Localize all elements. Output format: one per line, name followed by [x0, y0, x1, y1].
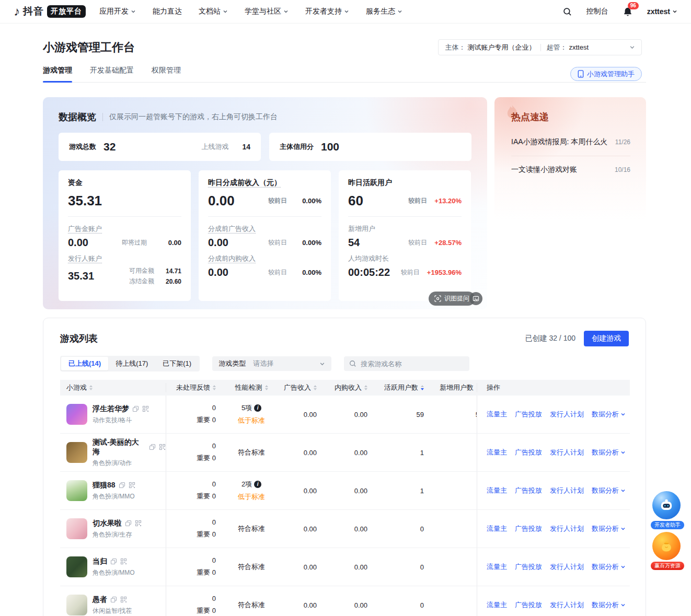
action-traffic-owner[interactable]: 流量主 [487, 524, 507, 533]
mini-game-assistant-button[interactable]: 小游戏管理助手 [570, 67, 642, 81]
action-publisher-plan[interactable]: 发行人计划 [550, 448, 584, 457]
action-traffic-owner[interactable]: 流量主 [487, 448, 507, 457]
chevron-down-icon [620, 450, 626, 455]
action-publisher-plan[interactable]: 发行人计划 [550, 410, 584, 419]
sort-icon [89, 385, 93, 390]
entity-switcher[interactable]: 主体： 测试账户专用（企业） 超管： zxttest [438, 39, 642, 55]
action-traffic-owner[interactable]: 流量主 [487, 410, 507, 419]
game-icon [66, 480, 87, 501]
action-data-analysis[interactable]: 数据分析 [592, 410, 626, 419]
page-title: 小游戏管理工作台 [43, 40, 135, 55]
col-feedback[interactable]: 未处理反馈 [166, 383, 220, 392]
copy-icon[interactable] [125, 520, 132, 527]
chevron-down-icon [223, 9, 228, 14]
action-data-analysis[interactable]: 数据分析 [592, 448, 626, 457]
user-menu[interactable]: zxttest [647, 7, 677, 16]
copy-icon[interactable] [149, 444, 156, 450]
chevron-down-icon [620, 488, 626, 493]
qrcode-icon[interactable] [120, 558, 127, 565]
nav-item-academy[interactable]: 学堂与社区 [245, 7, 289, 16]
tab-dev-config[interactable]: 开发基础配置 [90, 66, 134, 82]
qrcode-icon[interactable] [142, 405, 149, 412]
perf-status[interactable]: 低于标准 [238, 416, 265, 425]
col-ad-revenue[interactable]: 广告收入 [283, 383, 318, 392]
col-game[interactable]: 小游戏 [60, 383, 166, 392]
chevron-down-icon [344, 9, 349, 14]
tab-game-management[interactable]: 游戏管理 [43, 66, 72, 82]
col-iap-revenue[interactable]: 内购收入 [318, 383, 368, 392]
col-new-users[interactable]: 新增用户数 [425, 383, 477, 392]
col-active-users[interactable]: 活跃用户数 [368, 383, 425, 392]
create-game-button[interactable]: 创建游戏 [584, 331, 629, 346]
tab-online[interactable]: 已上线(14) [61, 357, 108, 370]
game-name: 狸猫88 [93, 481, 116, 490]
hot-news-item[interactable]: 一文读懂小游戏对账 10/16 [511, 156, 630, 183]
action-data-analysis[interactable]: 数据分析 [592, 524, 626, 533]
action-traffic-owner[interactable]: 流量主 [487, 600, 507, 610]
info-icon[interactable]: i [254, 404, 261, 412]
table-header: 小游戏 未处理反馈 性能检测 广告收入 内购收入 活跃用户数 新增用户数 操作 [60, 380, 630, 396]
nav-item-ecosystem[interactable]: 服务生态 [366, 7, 402, 16]
qrcode-icon[interactable] [120, 596, 127, 603]
qrcode-icon[interactable] [135, 520, 142, 527]
robot-icon [658, 497, 675, 514]
action-ad-delivery[interactable]: 广告投放 [515, 486, 542, 495]
nav-item-docs[interactable]: 文档站 [199, 7, 228, 16]
game-type-select[interactable]: 游戏类型 请选择 [212, 356, 331, 371]
info-icon[interactable]: i [254, 481, 261, 488]
image-ask-button[interactable]: 识图提问 [429, 292, 475, 306]
tab-offline[interactable]: 已下架(1) [155, 357, 199, 370]
credit-score-card: 主体信用分 100 [269, 133, 471, 161]
brand-logo[interactable]: ♪ 抖音 开放平台 [14, 5, 86, 18]
douyin-note-icon: ♪ [14, 5, 20, 18]
data-overview-card: 数据概览 仅展示同一超管账号下的游戏，右上角可切换工作台 游戏总数 32 上线游… [43, 97, 487, 309]
action-ad-delivery[interactable]: 广告投放 [515, 600, 542, 610]
chevron-down-icon [319, 361, 325, 367]
action-traffic-owner[interactable]: 流量主 [487, 562, 507, 572]
notification-bell[interactable]: 96 [623, 7, 632, 17]
action-data-analysis[interactable]: 数据分析 [592, 486, 626, 495]
hot-news-item[interactable]: IAA小游戏情报局: 本周什么火 11/26 [511, 129, 630, 156]
game-icon [66, 442, 87, 463]
game-icon [66, 556, 87, 577]
action-data-analysis[interactable]: 数据分析 [592, 562, 626, 572]
game-category: 角色扮演/动作 [93, 459, 166, 468]
action-ad-delivery[interactable]: 广告投放 [515, 562, 542, 572]
perf-status[interactable]: 低于标准 [238, 492, 265, 502]
overview-subtitle: 仅展示同一超管账号下的游戏，右上角可切换工作台 [109, 112, 278, 122]
resource-reward-widget[interactable]: 赢百万资源 [651, 532, 682, 570]
action-data-analysis[interactable]: 数据分析 [592, 600, 626, 610]
copy-icon[interactable] [132, 405, 139, 412]
action-ad-delivery[interactable]: 广告投放 [515, 410, 542, 419]
qrcode-icon[interactable] [129, 482, 135, 489]
total-games-card: 游戏总数 32 上线游戏 14 [59, 133, 261, 161]
image-capture-button[interactable] [469, 292, 482, 305]
game-icon [66, 518, 87, 539]
game-search-input[interactable] [360, 359, 464, 368]
action-publisher-plan[interactable]: 发行人计划 [550, 562, 584, 572]
col-performance[interactable]: 性能检测 [220, 383, 283, 392]
hot-news-card: 热点速递 IAA小游戏情报局: 本周什么火 11/26 一文读懂小游戏对账 10… [494, 97, 646, 309]
overview-title: 数据概览 [59, 111, 96, 123]
action-publisher-plan[interactable]: 发行人计划 [550, 486, 584, 495]
hot-news-title: 热点速递 [511, 111, 646, 123]
page-tabs: 游戏管理 开发基础配置 权限管理 [43, 66, 646, 83]
action-publisher-plan[interactable]: 发行人计划 [550, 524, 584, 533]
copy-icon[interactable] [110, 558, 117, 565]
developer-assistant-widget[interactable]: 开发者助手 [651, 491, 682, 529]
copy-icon[interactable] [119, 482, 125, 489]
nav-item-capability[interactable]: 能力直达 [153, 7, 182, 16]
qrcode-icon[interactable] [159, 444, 166, 450]
search-icon[interactable] [563, 7, 572, 16]
tab-permission[interactable]: 权限管理 [152, 66, 181, 82]
console-link[interactable]: 控制台 [586, 7, 608, 16]
nav-item-app-dev[interactable]: 应用开发 [99, 7, 136, 16]
action-ad-delivery[interactable]: 广告投放 [515, 448, 542, 457]
nav-item-support[interactable]: 开发者支持 [305, 7, 349, 16]
copy-icon[interactable] [110, 596, 117, 603]
tab-pending[interactable]: 待上线(17) [108, 357, 155, 370]
action-publisher-plan[interactable]: 发行人计划 [550, 600, 584, 610]
game-list-title: 游戏列表 [60, 332, 98, 345]
action-traffic-owner[interactable]: 流量主 [487, 486, 507, 495]
action-ad-delivery[interactable]: 广告投放 [515, 524, 542, 533]
